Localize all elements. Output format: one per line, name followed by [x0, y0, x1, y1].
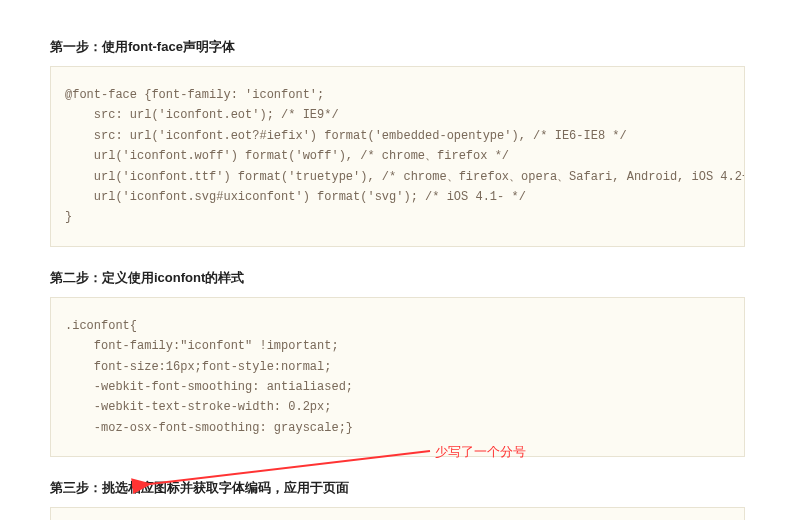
step2-code: .iconfont{ font-family:"iconfont" !impor…	[50, 297, 745, 457]
step1-code: @font-face {font-family: 'iconfont'; src…	[50, 66, 745, 247]
step3-code: <i class="iconfont">&#x33</i>	[50, 507, 745, 520]
document-content: 第一步：使用font-face声明字体 @font-face {font-fam…	[0, 0, 795, 520]
step2-title: 第二步：定义使用iconfont的样式	[50, 269, 745, 287]
step3-title: 第三步：挑选相应图标并获取字体编码，应用于页面	[50, 479, 745, 497]
step1-title: 第一步：使用font-face声明字体	[50, 38, 745, 56]
